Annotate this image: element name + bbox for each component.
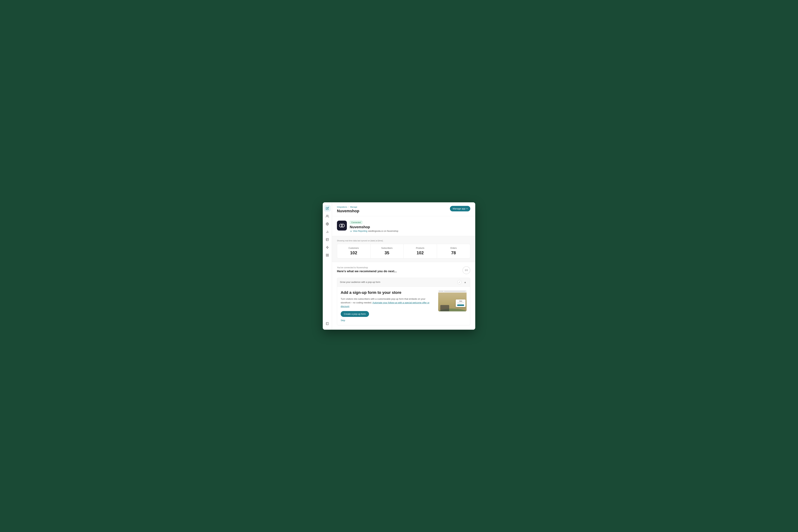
recommendation-card: Grow your audience with a pop-up form ▲ … [337,278,470,326]
rec-subtitle: You've connected to Nuvemshop [337,266,397,269]
sidebar-item-apps[interactable] [324,252,330,259]
rec-title: Here's what we recommend you do next... [337,269,397,273]
status-badge: Connected [350,221,362,224]
svg-rect-11 [327,255,328,256]
sync-text: Showing real-time data last synced on [d… [337,240,470,242]
svg-rect-5 [326,238,329,241]
app-info-section: Connected Nuvemshop View Reporting seedl… [332,216,475,236]
breadcrumb-integrations[interactable]: Integrations [337,206,347,208]
stat-subscribers-label: Subscribers [374,247,400,249]
svg-point-16 [341,224,344,227]
stat-products: Products 102 [404,244,437,258]
stat-products-value: 102 [407,250,433,255]
rec-card-title: Add a sign-up form to your store [341,290,435,295]
collapse-button[interactable]: ▲ [463,280,467,284]
sidebar-item-segments[interactable] [324,221,330,227]
sidebar-item-reports[interactable] [324,229,330,235]
rec-card-actions: ▲ [457,280,467,284]
store-link-text: seedlingsoda.co on Nuvemshop [368,230,398,232]
rec-card-body: Add a sign-up form to your store Turn vi… [337,287,470,325]
breadcrumb: Integrations / Manage [337,206,359,208]
breadcrumb-separator: / [348,206,349,208]
page-header: Integrations / Manage Nuvemshop Manage a… [332,202,475,216]
sidebar-item-edit[interactable] [324,205,330,212]
rec-header-text: You've connected to Nuvemshop Here's wha… [337,266,397,273]
stat-orders-label: Orders [440,247,467,249]
svg-rect-12 [326,255,327,256]
skip-link[interactable]: Skip [341,319,435,322]
create-popup-form-button[interactable]: Create a pop-up form [341,311,369,317]
rec-card-header: Grow your audience with a pop-up form ▲ [337,278,470,287]
svg-point-0 [326,215,327,216]
store-preview-image: TANDU [438,290,467,311]
stats-grid: Customers 102 Subscribers 35 Products 10… [337,244,470,259]
stats-section: Showing real-time data last synced on [d… [332,236,475,262]
rec-card-desc: Turn visitors into subscribers with a cu… [341,297,435,308]
app-shell: Integrations / Manage Nuvemshop Manage a… [323,202,475,330]
stat-customers-value: 102 [341,250,367,255]
svg-marker-8 [326,246,329,249]
app-name: Nuvemshop [350,225,470,229]
stat-products-label: Products [407,247,433,249]
app-logo [337,221,347,230]
main-content: Integrations / Manage Nuvemshop Manage a… [332,202,475,330]
svg-rect-13 [326,323,329,325]
sidebar-item-automation[interactable] [324,244,330,251]
check-button[interactable] [457,280,462,284]
recommendations-section: You've connected to Nuvemshop Here's wha… [332,262,475,330]
view-reporting-link[interactable]: View Reporting [353,230,367,232]
page-title: Nuvemshop [337,209,359,213]
manage-app-button[interactable]: Manage app ▾ [450,206,470,211]
stat-orders: Orders 78 [437,244,470,258]
breadcrumb-manage[interactable]: Manage [350,206,357,208]
header-left: Integrations / Manage Nuvemshop [337,206,359,213]
rec-card-content: Add a sign-up form to your store Turn vi… [341,290,435,322]
sidebar-item-audience[interactable] [324,213,330,220]
chevron-down-icon: ▾ [467,208,468,210]
sidebar [323,202,332,330]
sidebar-item-content[interactable] [324,236,330,243]
app-links: View Reporting seedlingsoda.co on Nuvems… [350,230,470,232]
svg-rect-10 [327,254,328,255]
stat-customers: Customers 102 [337,244,370,258]
stat-customers-label: Customers [341,247,367,249]
preview-content: TANDU [438,292,467,311]
progress-indicator: 0/3 [462,266,470,274]
stat-subscribers-value: 35 [374,250,400,255]
chart-icon [350,230,352,232]
sidebar-toggle-button[interactable] [324,320,330,327]
app-details: Connected Nuvemshop View Reporting seedl… [350,221,470,232]
svg-rect-9 [326,254,327,255]
stat-orders-value: 78 [440,250,467,255]
browser-bar [438,290,467,292]
stat-subscribers: Subscribers 35 [370,244,404,258]
rec-header: You've connected to Nuvemshop Here's wha… [337,266,470,274]
preview-popup: TANDU [456,300,466,307]
rec-card-header-title: Grow your audience with a pop-up form [340,281,380,283]
